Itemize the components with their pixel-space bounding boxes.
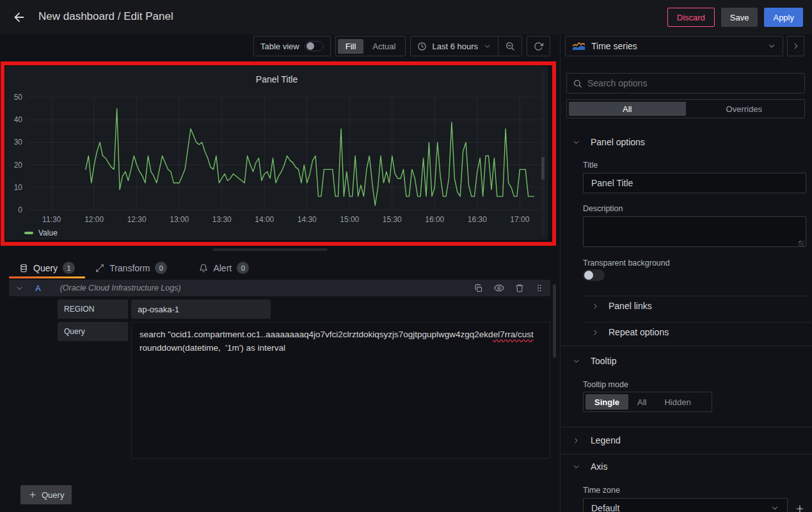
query-text-line2: rounddown(datetime, '1m') as interval — [139, 343, 285, 353]
pane-splitter-handle[interactable] — [212, 248, 328, 251]
time-zone-select[interactable]: Default — [583, 498, 788, 512]
legend-item-value[interactable]: Value — [24, 228, 58, 237]
options-search[interactable] — [566, 73, 805, 93]
delete-query-button[interactable] — [515, 284, 524, 292]
arrow-left-icon — [12, 10, 26, 24]
visualization-picker[interactable]: Time series — [565, 36, 783, 56]
time-range-button[interactable]: Last 6 hours — [411, 36, 498, 56]
fill-option[interactable]: Fill — [338, 39, 364, 54]
svg-text:11:30: 11:30 — [42, 215, 61, 224]
options-scope-tabs: All Overrides — [566, 99, 805, 118]
left-pane-scrollbar-thumb[interactable] — [553, 284, 556, 358]
switch-knob — [584, 271, 593, 280]
chart-svg[interactable]: 0102030405011:3012:0012:3013:0013:3014:0… — [6, 85, 550, 227]
query-row-header[interactable]: A (Oracle Cloud Infrastructure Logs) — [9, 280, 550, 296]
time-range-label: Last 6 hours — [432, 42, 478, 51]
toggle-visibility-button[interactable] — [494, 283, 504, 293]
zoom-out-button[interactable] — [498, 36, 521, 56]
zoom-out-icon — [505, 41, 515, 51]
svg-text:13:30: 13:30 — [212, 215, 232, 224]
tab-query-label: Query — [33, 263, 58, 273]
tooltip-mode-single[interactable]: Single — [585, 394, 628, 410]
svg-text:15:30: 15:30 — [383, 215, 402, 224]
chevron-down-icon — [572, 357, 580, 365]
table-view-group: Table view — [253, 36, 331, 56]
time-range-group: Last 6 hours — [410, 36, 522, 56]
tab-transform[interactable]: Transform 0 — [85, 257, 177, 278]
section-tooltip-title: Tooltip — [591, 356, 616, 366]
svg-text:20: 20 — [14, 161, 23, 170]
section-legend[interactable]: Legend — [561, 433, 812, 448]
section-tooltip[interactable]: Tooltip — [561, 353, 812, 369]
actual-option[interactable]: Actual — [365, 39, 403, 54]
title-field-label: Title — [583, 161, 598, 170]
time-series-chart[interactable]: 0102030405011:3012:0012:3013:0013:3014:0… — [6, 85, 550, 230]
svg-text:12:00: 12:00 — [84, 215, 104, 224]
grip-dots-icon — [535, 284, 544, 292]
svg-text:13:00: 13:00 — [170, 215, 189, 224]
region-field-value[interactable]: ap-osaka-1 — [131, 300, 271, 319]
section-repeat-options[interactable]: Repeat options — [561, 323, 812, 341]
table-view-toggle[interactable]: Table view — [254, 36, 330, 56]
query-text-editor[interactable]: search "ocid1.compartment.oc1..aaaaaaaaq… — [131, 322, 550, 459]
section-panel-options[interactable]: Panel options — [561, 134, 812, 150]
apply-button[interactable]: Apply — [764, 8, 803, 27]
tab-overrides[interactable]: Overrides — [686, 102, 803, 116]
collapse-chevron-icon[interactable] — [15, 284, 24, 292]
query-text-line1: search "ocid1.compartment.oc1..aaaaaaaaq… — [139, 330, 493, 339]
discard-button[interactable]: Discard — [667, 8, 715, 27]
svg-text:17:00: 17:00 — [510, 215, 529, 224]
grafana-edit-panel-app: New dashboard / Edit Panel Discard Save … — [0, 0, 812, 512]
drag-handle[interactable] — [535, 284, 544, 292]
description-textarea[interactable] — [583, 216, 806, 247]
refresh-icon — [534, 42, 543, 51]
svg-text:30: 30 — [14, 138, 23, 147]
toggle-options-pane-button[interactable] — [787, 36, 804, 56]
chevron-down-icon — [770, 504, 779, 512]
chevron-down-icon — [483, 42, 491, 51]
region-field-label: REGION — [58, 300, 128, 319]
table-view-switch[interactable] — [305, 41, 324, 51]
divider — [561, 427, 812, 428]
tab-query[interactable]: Query 1 — [9, 257, 85, 278]
transform-icon — [95, 264, 104, 273]
duplicate-query-button[interactable] — [474, 284, 483, 293]
svg-text:16:00: 16:00 — [425, 215, 444, 224]
save-button[interactable]: Save — [721, 8, 758, 27]
section-panel-links[interactable]: Panel links — [561, 297, 812, 315]
tab-alert-label: Alert — [213, 263, 232, 273]
refresh-group — [527, 36, 550, 56]
panel-title-input[interactable] — [583, 173, 806, 193]
svg-text:14:30: 14:30 — [298, 215, 317, 224]
svg-text:16:30: 16:30 — [468, 215, 487, 224]
page-header: New dashboard / Edit Panel Discard Save … — [0, 0, 812, 35]
tab-all-options[interactable]: All — [569, 102, 686, 116]
tab-alert[interactable]: Alert 0 — [189, 257, 259, 278]
panel-options-pane: Time series All Overrides Panel options … — [560, 35, 812, 512]
add-time-zone-button[interactable] — [793, 502, 807, 512]
query-field-label: Query — [58, 322, 128, 341]
panel-scrollbar-thumb[interactable] — [541, 157, 545, 180]
svg-text:14:00: 14:00 — [255, 215, 274, 224]
chevron-down-icon — [572, 138, 580, 147]
query-ref-id[interactable]: A — [35, 284, 41, 293]
tooltip-mode-all[interactable]: All — [628, 394, 655, 410]
tab-query-count: 1 — [63, 262, 75, 274]
visualization-panel[interactable]: Panel Title 0102030405011:3012:0012:3013… — [6, 67, 548, 239]
chevron-right-icon — [792, 42, 800, 51]
transparent-bg-switch[interactable] — [583, 269, 605, 281]
back-button[interactable] — [10, 8, 28, 26]
options-search-input[interactable] — [587, 78, 799, 88]
copy-icon — [474, 284, 483, 293]
refresh-button[interactable] — [527, 36, 550, 56]
panel-toolbar: Table view Fill Actual Last 6 hours — [253, 36, 550, 56]
plus-icon — [28, 490, 37, 499]
tooltip-mode-hidden[interactable]: Hidden — [655, 394, 699, 410]
query-datasource-label: (Oracle Cloud Infrastructure Logs) — [60, 284, 181, 292]
add-query-label: Query — [42, 490, 64, 500]
divider — [561, 346, 812, 346]
section-axis[interactable]: Axis — [561, 459, 812, 474]
add-query-button[interactable]: Query — [20, 485, 72, 504]
tab-alert-count: 0 — [237, 262, 249, 274]
query-text-line1-flagged: el7rra/cust — [493, 330, 534, 339]
